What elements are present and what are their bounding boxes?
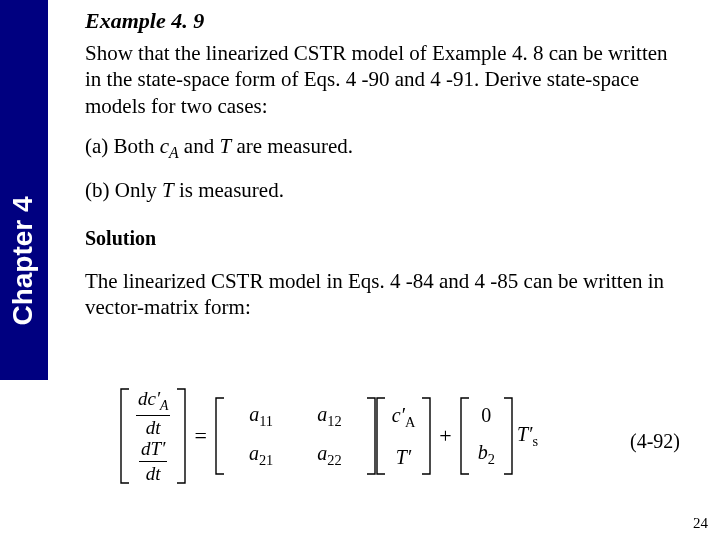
bracket-icon [120,388,130,484]
case-a: (a) Both cA and T are measured. [85,133,682,163]
dT-den: dt [144,464,163,484]
a11: a11 [249,404,273,428]
solution-paragraph: The linearized CSTR model in Eqs. 4 -84 … [85,268,682,321]
dca-dt: dc′A dt [136,389,170,438]
case-a-suffix: are measured. [231,134,353,158]
solution-heading: Solution [85,227,682,250]
case-a-mid: and [179,134,220,158]
case-a-prefix: (a) Both [85,134,160,158]
case-b-suffix: is measured. [174,178,284,202]
b-zero: 0 [481,405,491,425]
state-ca: c′A [392,405,416,429]
bracket-icon [176,388,186,484]
dt-dt: dT′ dt [139,439,167,484]
a12: a12 [317,404,341,428]
page-number: 24 [693,515,708,532]
chapter-label: Chapter 4 [7,176,39,346]
dca-num: dc′ [138,388,160,409]
equation: dc′A dt dT′ dt = a11 a21 a12 a22 [120,388,680,498]
b2: b2 [478,442,495,466]
case-b-prefix: (b) Only [85,178,162,202]
bracket-icon [460,397,470,475]
var-ca: c [160,134,169,158]
bracket-icon [376,397,386,475]
dca-den: dt [144,418,163,438]
state-t: T′ [396,447,412,467]
chapter-sidebar: Chapter 4 [0,0,48,380]
bracket-icon [503,397,513,475]
example-title: Example 4. 9 [85,8,682,34]
var-t: T [219,134,231,158]
input-ts: T′s [517,424,538,448]
a21: a21 [249,443,273,467]
dca-sub: A [160,397,168,412]
bracket-icon [366,397,376,475]
slide-content: Example 4. 9 Show that the linearized CS… [85,8,682,330]
bracket-icon [215,397,225,475]
intro-paragraph: Show that the linearized CSTR model of E… [85,40,682,119]
var-ca-sub: A [169,144,179,161]
var-t2: T [162,178,174,202]
equals-sign: = [186,423,214,449]
plus-sign: + [431,423,459,449]
bracket-icon [421,397,431,475]
dT-num: dT′ [139,439,167,459]
equation-number: (4-92) [630,430,680,453]
case-b: (b) Only T is measured. [85,177,682,203]
a22: a22 [317,443,341,467]
